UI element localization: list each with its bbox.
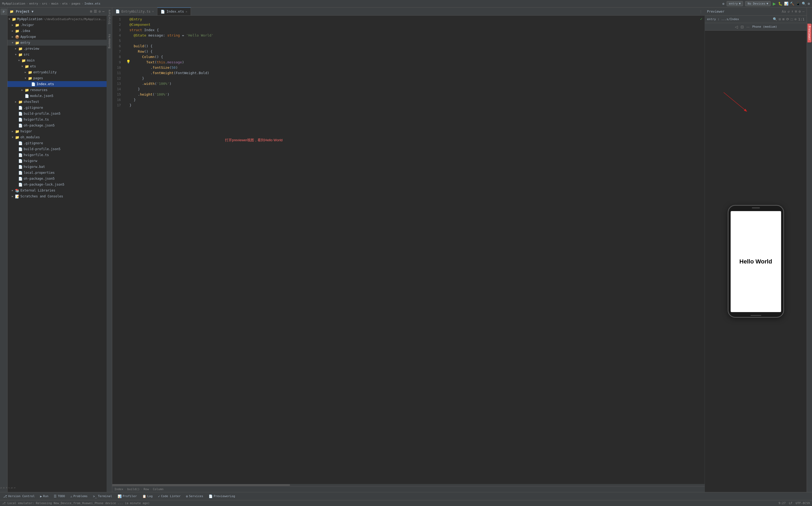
debug-icon[interactable]: 🐛 [778, 2, 783, 6]
font-size-icon[interactable]: Aa [782, 9, 786, 13]
bookmarks-tab[interactable]: Bookmarks [107, 32, 111, 51]
editor-more-button[interactable]: ⋮ [697, 7, 705, 15]
tab-entryability[interactable]: 📄 EntryAbility.ts ✕ [112, 7, 157, 15]
project-dropdown[interactable]: ▼ [32, 10, 33, 13]
rotate-icon[interactable]: ⟳ [786, 17, 789, 21]
device-manage-icon[interactable]: 📱 [796, 2, 800, 6]
activity-bookmarks[interactable]: Bookmarks [1, 485, 7, 491]
build-icon[interactable]: 🔨 [790, 2, 794, 6]
breadcrumb-myapp[interactable]: MyApplication [2, 2, 25, 5]
settings-icon[interactable]: ⚙ [722, 2, 724, 6]
profile-icon[interactable]: 📊 [784, 2, 788, 6]
code-content[interactable]: @Entry@Componentstruct Index { @State me… [128, 16, 705, 484]
tree-item-hvigorw[interactable]: 📄 hvigorw [7, 158, 107, 164]
breadcrumb-entry[interactable]: entry [29, 2, 38, 5]
tree-item-myapp[interactable]: ▼ 📁 MyApplication ~/devEcoStudioProjects… [7, 16, 107, 22]
codelinter-btn[interactable]: ✓ Code Linter [156, 494, 183, 499]
back-button[interactable]: ◁ [734, 24, 738, 29]
problems-btn[interactable]: ⚠ Problems [68, 494, 90, 499]
settings2-icon[interactable]: ⚙ [808, 2, 810, 6]
breadcrumb-column[interactable]: Column [153, 488, 164, 491]
component-icon[interactable]: ⊡ [779, 17, 781, 21]
minimize-icon[interactable]: — [102, 9, 104, 13]
sidebar-header: 📁 Project ▼ ⊞ ☰ ⚙ — [7, 7, 107, 16]
tree-item-pages[interactable]: ▼ 📁 pages [7, 75, 107, 81]
tree-item-idea[interactable]: ▶ 📁 .idea [7, 28, 107, 34]
breadcrumb-index[interactable]: Index [114, 488, 123, 491]
tree-item-hvigor[interactable]: ▶ 📁 .hvigor [7, 22, 107, 28]
zoom-fit-icon[interactable]: ⊙ [795, 17, 797, 21]
search-icon[interactable]: 🔍 [802, 2, 806, 6]
tree-item-ohpackagelock[interactable]: 📄 oh-package-lock.json5 [7, 182, 107, 187]
previewerlog-btn[interactable]: 📄 PreviewerLog [206, 494, 237, 499]
tree-item-modulejson5[interactable]: 📄 module.json5 [7, 93, 107, 99]
tree-item-ohpackage[interactable]: 📄 oh-package.json5 [7, 122, 107, 129]
lf-indicator[interactable]: LF [789, 501, 792, 505]
version-control-btn[interactable]: ⎇ Version Control [1, 494, 37, 499]
tree-item-buildprofile[interactable]: 📄 build-profile.json5 [7, 111, 107, 116]
tree-item-localprops[interactable]: 📄 local.properties [7, 170, 107, 176]
editor-scrollbar-thumb[interactable] [112, 484, 290, 486]
editor-scrollbar[interactable] [112, 484, 705, 486]
tree-item-gitignore[interactable]: 📄 .gitignore [7, 105, 107, 111]
crop-icon[interactable]: ⬚ [791, 17, 793, 21]
encoding-indicator[interactable]: UTF-8CS9 [796, 501, 810, 505]
profiler-btn[interactable]: 📊 Profiler [115, 494, 139, 499]
structure-tab[interactable]: Structure [107, 7, 111, 26]
breadcrumb-file[interactable]: Index.ets [84, 2, 100, 5]
previewer-toggle[interactable]: Previewer [807, 24, 811, 43]
tab-indexets-close[interactable]: ✕ [186, 10, 187, 13]
layout-icon[interactable]: ⊞ [795, 9, 797, 13]
grid-icon[interactable]: ⊞ [783, 17, 785, 21]
tree-item-hvigorwbat[interactable]: 📄 hvigorw.bat [7, 164, 107, 170]
tab-entryability-close[interactable]: ✕ [152, 10, 154, 13]
tree-item-resources[interactable]: ▶ 📁 resources [7, 87, 107, 93]
breadcrumb-row[interactable]: Row [144, 488, 149, 491]
log-btn[interactable]: 📋 Log [140, 494, 155, 499]
configure-icon[interactable]: ⚙ [99, 9, 101, 13]
no-devices-dropdown[interactable]: No Devices ▼ [745, 1, 771, 6]
collapse-all-icon[interactable]: ☰ [94, 9, 97, 13]
services-btn[interactable]: ⚙ Services [184, 494, 205, 499]
activity-project[interactable]: P [1, 9, 7, 15]
tree-item-entry[interactable]: ▼ 📁 entry [7, 40, 107, 46]
breadcrumb-ets[interactable]: ets [62, 2, 68, 5]
tree-item-ohpackage2[interactable]: 📄 oh-package.json5 [7, 176, 107, 182]
run-button[interactable]: ▶ [773, 1, 776, 6]
run-btn[interactable]: ▶ Run [38, 494, 51, 499]
tree-item-ohmodules[interactable]: ▼ 📁 oh_modules [7, 134, 107, 140]
breadcrumb-main[interactable]: main [51, 2, 59, 5]
breadcrumb-build[interactable]: build() [127, 488, 140, 491]
tree-item-hvigorfile[interactable]: 📄 hvigorfile.ts [7, 116, 107, 122]
bottom-toolbar: ⎇ Version Control ▶ Run ☰ TODO ⚠ Problem… [0, 492, 812, 500]
tree-item-indexets[interactable]: 📄 Index.ets [7, 81, 107, 87]
tab-indexets[interactable]: 📄 Index.ets ✕ [157, 7, 191, 15]
previewer-settings-icon[interactable]: ⚙ [799, 9, 801, 13]
terminal-btn[interactable]: >_ Terminal [91, 494, 114, 499]
tree-item-hvigor2[interactable]: ▶ 📁 hvigor [7, 129, 107, 134]
tree-item-gitignore2[interactable]: 📄 .gitignore [7, 140, 107, 146]
breadcrumb-src[interactable]: src [42, 2, 47, 5]
breadcrumb-pages[interactable]: pages [72, 2, 81, 5]
inspect-icon[interactable]: 🔍 [773, 17, 777, 21]
more-options-button[interactable]: ··· [746, 24, 750, 29]
previewer-minimize-icon[interactable]: — [802, 9, 805, 13]
entry-dropdown[interactable]: entry ▼ [727, 1, 743, 6]
phone-view-button[interactable]: ⊡ [740, 24, 744, 29]
tree-item-appscope[interactable]: ▶ 📦 AppScope [7, 34, 107, 40]
tree-item-ohostest[interactable]: ▶ 📁 ohosTest [7, 99, 107, 105]
refresh-icon[interactable]: ↺ [788, 9, 790, 13]
orientation-icon[interactable]: ⬇ [791, 9, 794, 13]
tree-item-scratches[interactable]: ▶ 📝 Scratches and Consoles [7, 193, 107, 199]
tree-item-entryability[interactable]: ▶ 📁 entryability [7, 69, 107, 75]
tree-item-hvigorfile2[interactable]: 📄 hvigorfile.ts [7, 152, 107, 158]
tree-item-src[interactable]: ▼ 📁 src [7, 52, 107, 58]
tree-item-main[interactable]: ▼ 📁 main [7, 58, 107, 63]
expand-all-icon[interactable]: ⊞ [90, 9, 92, 13]
tree-item-preview[interactable]: ▶ 📁 .preview [7, 46, 107, 52]
tree-item-ets[interactable]: ▼ 📁 ets [7, 63, 107, 69]
tree-item-buildprofile2[interactable]: 📄 build-profile.json5 [7, 146, 107, 152]
position-indicator[interactable]: 9:27 [779, 501, 786, 505]
todo-btn[interactable]: ☰ TODO [52, 494, 67, 499]
tree-item-extlibs[interactable]: ▶ 📚 External Libraries [7, 187, 107, 193]
